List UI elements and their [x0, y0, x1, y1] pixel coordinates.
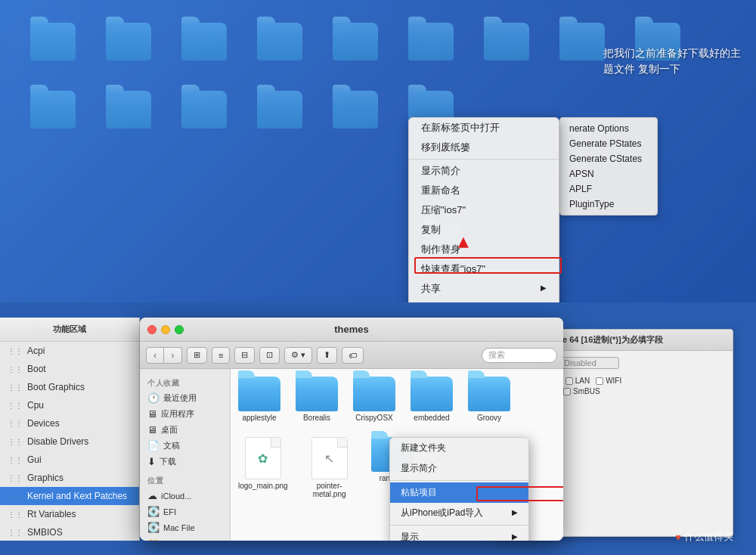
hda-item-smbus[interactable]: SmBUS [563, 387, 600, 395]
desktop-folder-10 [30, 91, 76, 129]
sidebar-untitled[interactable]: 📁 Untitled [140, 535, 230, 541]
sidebar-downloads[interactable]: ⬇ 下载 [140, 454, 230, 470]
search-box[interactable]: 搜索 [482, 348, 557, 363]
folder-embedded[interactable]: embedded [411, 377, 453, 422]
folder-borealis[interactable]: Borealis [296, 377, 338, 422]
folder-applestyle[interactable]: applestyle [238, 377, 280, 422]
folder-icon [296, 377, 338, 411]
tag-btn[interactable]: 🏷 [342, 347, 364, 364]
cm-import[interactable]: 从iPhone或iPad导入 [390, 503, 528, 523]
menu-item-compress[interactable]: 压缩"ios7" [409, 200, 559, 220]
desktop-folder-4 [257, 23, 302, 60]
folder-groovy[interactable]: Groovy [468, 377, 510, 422]
sidebar-item-label-graphics: Graphics [27, 473, 64, 483]
clover-value[interactable]: Disabled [559, 357, 619, 369]
desktop-folder-7 [484, 23, 529, 60]
sidebar-item-acpi[interactable]: ⋮⋮ Acpi [0, 342, 139, 360]
sidebar-item-boot[interactable]: ⋮⋮ Boot [0, 360, 139, 378]
sidebar-macfile[interactable]: 💽 Mac File [140, 519, 230, 535]
sidebar-recent[interactable]: 🕐 最近使用 [140, 390, 230, 406]
desktop-folder-1 [30, 23, 76, 60]
downloads-icon: ⬇ [147, 456, 156, 467]
action-btn[interactable]: ⚙ ▾ [284, 347, 312, 364]
desktop-folder-12 [181, 91, 227, 129]
heart-icon: ♥ [675, 532, 681, 543]
list-icon: ⋮⋮ [8, 420, 23, 428]
sidebar-item-graphics[interactable]: ⋮⋮ Graphics [0, 469, 139, 487]
icloud-icon: ☁ [147, 490, 157, 501]
sidebar-efi[interactable]: 💽 EFI [140, 504, 230, 519]
forward-button[interactable]: › [164, 347, 182, 364]
folder-crispyosx[interactable]: CrispyOSX [353, 377, 395, 422]
sidebar-label: Mac File [163, 523, 195, 532]
cm-show[interactable]: 显示 [390, 527, 528, 541]
cm-separator-1 [390, 480, 528, 481]
view-icon-btn[interactable]: ⊞ [187, 347, 207, 364]
menu-item-share[interactable]: 共享 [409, 279, 559, 299]
cm-info[interactable]: 显示简介 [390, 458, 528, 479]
view-gallery-btn[interactable]: ⊡ [259, 347, 280, 364]
menu-item-new-tab[interactable]: 在新标签页中打开 [409, 118, 559, 138]
share-btn[interactable]: ⬆ [317, 347, 337, 364]
sidebar-item-label: Rt Variables [27, 509, 76, 519]
panel-item-6: PluginType [560, 197, 657, 212]
nav-buttons: ‹ › [146, 347, 182, 364]
arrow-indicator: ▼ [454, 233, 472, 254]
sidebar-item-devices[interactable]: ⋮⋮ Devices [0, 414, 139, 433]
menu-item-quick-actions[interactable]: 快速操作 [409, 299, 559, 302]
traffic-lights [147, 325, 184, 334]
file-pointer-metal[interactable]: ↖ pointer-metal.png [303, 437, 356, 498]
context-menu-finder: 新建文件夹 显示简介 粘贴项目 从iPhone或iPad导入 显示 使用群组 排… [389, 437, 529, 541]
context-menu-top: 在新标签页中打开 移到废纸篓 显示简介 重新命名 压缩"ios7" 复制 制作替… [408, 117, 559, 302]
left-sidebar: 功能区域 ⋮⋮ Acpi ⋮⋮ Boot ⋮⋮ Boot Graphics ⋮⋮… [0, 318, 140, 541]
maximize-button[interactable] [175, 325, 184, 334]
hda-item-lan[interactable]: LAN [565, 377, 590, 385]
sidebar-label: 最近使用 [163, 392, 197, 404]
menu-item-rename[interactable]: 重新命名 [409, 181, 559, 200]
sidebar-item-disable-drivers[interactable]: ⋮⋮ Disable Drivers [0, 433, 139, 451]
checkbox-smbus[interactable] [563, 388, 571, 395]
sidebar-item-label: Boot [27, 364, 46, 374]
sidebar-item-boot-graphics[interactable]: ⋮⋮ Boot Graphics [0, 378, 139, 396]
file-icon: ↖ [311, 437, 348, 479]
sidebar-item-kernel-kext[interactable]: ⋮⋮ Kernel and Kext Patches [0, 487, 139, 505]
checkbox-wifi[interactable] [596, 377, 603, 385]
annotation-top: 把我们之前准备好下载好的主 题文件 复制一下 [603, 45, 741, 77]
sidebar-apps[interactable]: 🖥 应用程序 [140, 406, 230, 422]
folder-label: Borealis [303, 414, 330, 422]
checkbox-lan[interactable] [565, 377, 573, 385]
sidebar-icloud[interactable]: ☁ iCloud... [140, 488, 230, 504]
hda-item-wifi[interactable]: WIFI [596, 377, 621, 385]
sidebar-item-label: Devices [27, 418, 60, 429]
list-icon: ⋮⋮ [8, 347, 23, 355]
file-label: pointer-metal.png [303, 482, 356, 498]
list-icon: ⋮⋮ [8, 492, 23, 501]
sidebar-desktop[interactable]: 🖥 桌面 [140, 422, 230, 438]
menu-item-info[interactable]: 显示简介 [409, 161, 559, 181]
list-icon: ⋮⋮ [8, 365, 23, 374]
minimize-button[interactable] [161, 325, 170, 334]
sidebar-item-cpu[interactable]: ⋮⋮ Cpu [0, 396, 139, 414]
folder-label: embedded [414, 414, 449, 422]
sidebar-item-gui[interactable]: ⋮⋮ Gui [0, 451, 139, 469]
back-button[interactable]: ‹ [146, 347, 164, 364]
window-title: themes [334, 324, 369, 335]
menu-item-trash[interactable]: 移到废纸篓 [409, 138, 559, 157]
menu-item-alias[interactable]: 制作替身 [409, 240, 559, 259]
cm-new-folder[interactable]: 新建文件夹 [390, 438, 528, 458]
sidebar-item-rt-variables[interactable]: ⋮⋮ Rt Variables [0, 505, 139, 523]
sidebar-item-smbios[interactable]: ⋮⋮ SMBIOS [0, 523, 139, 541]
view-column-btn[interactable]: ⊟ [234, 347, 255, 364]
sidebar-docs[interactable]: 📄 文稿 [140, 438, 230, 454]
desktop-folder-11 [106, 91, 151, 129]
sidebar-label: 文稿 [163, 440, 180, 451]
desktop-icon: 🖥 [147, 424, 157, 436]
close-button[interactable] [147, 325, 156, 334]
cm-paste[interactable]: 粘贴项目 [390, 482, 528, 503]
file-logo-main[interactable]: ✿ logo_main.png [238, 437, 288, 498]
menu-item-quicklook[interactable]: 快速查看"ios7" [409, 259, 559, 279]
sidebar-item-label: Disable Drivers [27, 436, 88, 447]
menu-item-copy[interactable]: 复制 [409, 220, 559, 240]
view-list-btn[interactable]: ≡ [212, 347, 230, 364]
finder-body: 个人收藏 🕐 最近使用 🖥 应用程序 🖥 桌面 📄 文稿 ⬇ 下载 位置 [140, 369, 563, 541]
